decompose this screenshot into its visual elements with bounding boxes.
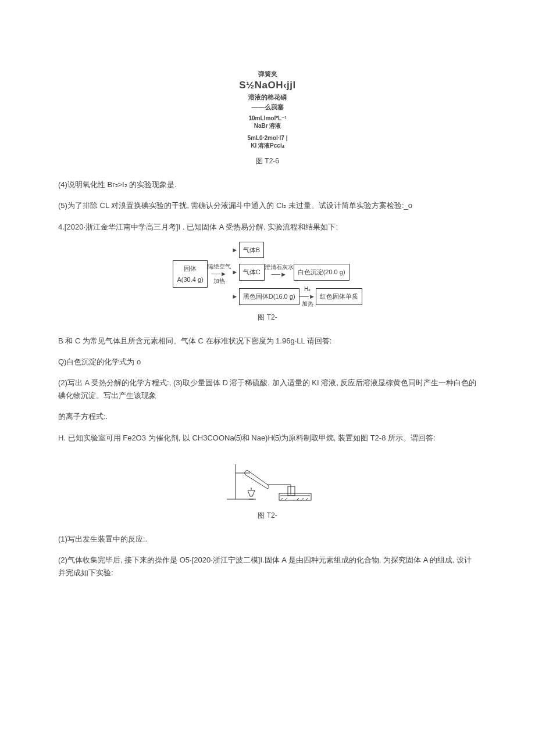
- flowchart-t2: 固体 A(30.4 g) 隔绝空气 ──► 加热 ► 气体B ► 气体C 澄清石…: [58, 242, 477, 307]
- flow-box-b: 气体B: [239, 242, 264, 259]
- flow-row-1: ► 气体B: [231, 242, 362, 259]
- question-5: (5)为了排除 CL 对溴置换碘实验的干扰, 需确认分液漏斗中通入的 Cl₂ 未…: [58, 199, 477, 212]
- fig1-line2: S½NaOH‹jjl: [192, 79, 343, 92]
- caption-fig1: 图 T2-6: [58, 155, 477, 167]
- flow-box-red-solid: 红色固体单质: [316, 288, 362, 305]
- fig1-line6: NaBr 溶液: [192, 122, 343, 130]
- flow-box-d: 黑色固体D(16.0 g): [239, 288, 299, 305]
- flow-arrow-1: 隔绝空气 ──► 加热: [208, 264, 231, 284]
- svg-rect-6: [288, 486, 295, 496]
- problem-4-after: B 和 C 为常见气体且所含元素相同。气体 C 在标准状况下密度为 1.96g·…: [58, 335, 477, 347]
- flow-box-solid-a: 固体 A(30.4 g): [173, 260, 207, 288]
- problem-4-intro: 4.[2020·浙江金华江南中学高三月考]I . 已知固体 A 受热易分解, 实…: [58, 221, 477, 234]
- apparatus-diagram: [215, 453, 320, 505]
- flow-left-bottom: A(30.4 g): [177, 276, 203, 283]
- flow-row-3: ► 黑色固体D(16.0 g) H₂ ──► 加热 红色固体单质: [231, 286, 362, 307]
- flow-box-white-precipitate: 白色沉淀(20.0 g): [294, 264, 349, 281]
- question-4-3: 的离子方程式:.: [58, 410, 477, 423]
- flow-left-top: 固体: [184, 265, 197, 272]
- caption-fig3: 图 T2-: [58, 510, 477, 521]
- svg-line-7: [280, 498, 283, 500]
- question-4-2: (2)写出 A 受热分解的化学方程式:, (3)取少量固体 D 溶于稀硫酸, 加…: [58, 377, 477, 402]
- flow-arrow-3: H₂ ──► 加热: [299, 286, 316, 307]
- flow-mid-bottom: 加热: [213, 278, 225, 284]
- question-4: (4)说明氧化性 Br₂>I₂ 的实验现象是.: [58, 178, 477, 191]
- problem-4-part2: H. 已知实验室可用 Fe2O3 为催化剂, 以 CH3COONa⑸和 Nae)…: [58, 432, 477, 445]
- caption-fig2: 图 T2-: [58, 311, 477, 323]
- flow-arrow-2: 澄清石灰水 ──►: [265, 264, 294, 280]
- figure-1-labels: 弹簧夹 S½NaOH‹jjl 溶液的棉花硝 ――么我塞 10mLlmol*L⁻¹…: [192, 70, 343, 149]
- svg-line-9: [297, 498, 299, 500]
- arrow-icon: ►: [231, 267, 239, 278]
- arrow-icon: ──►: [271, 269, 287, 280]
- question-4-ii-1: (1)写出发生装置中的反应:.: [58, 533, 477, 546]
- svg-line-11: [306, 498, 308, 500]
- fig1-line8: Kl 溶液Pcci₄: [192, 142, 343, 149]
- question-4-1: Q)白色沉淀的化学式为 o: [58, 356, 477, 368]
- question-4-ii-2: (2)气体收集完毕后, 接下来的操作是 O5·[2020·浙江宁波二模]I.固体…: [58, 554, 477, 579]
- svg-line-8: [285, 498, 287, 500]
- fig1-line1: 弹簧夹: [192, 70, 343, 78]
- flow-r3-mid-bottom: 加热: [302, 301, 313, 307]
- svg-line-10: [301, 498, 304, 500]
- flow-row-2: ► 气体C 澄清石灰水 ──► 白色沉淀(20.0 g): [231, 264, 362, 281]
- arrow-icon: ►: [231, 291, 239, 302]
- flow-right-stack: ► 气体B ► 气体C 澄清石灰水 ──► 白色沉淀(20.0 g) ► 黑色固…: [231, 242, 362, 307]
- arrow-icon: ►: [231, 245, 239, 256]
- fig1-line3: 溶液的棉花硝: [192, 93, 343, 101]
- fig1-line5: 10mLlmol*L⁻¹: [192, 114, 343, 122]
- fig1-line4: ――么我塞: [192, 103, 343, 111]
- fig1-line7: 5mL0·2mol·l7 |: [192, 134, 343, 142]
- flow-box-c: 气体C: [239, 264, 265, 281]
